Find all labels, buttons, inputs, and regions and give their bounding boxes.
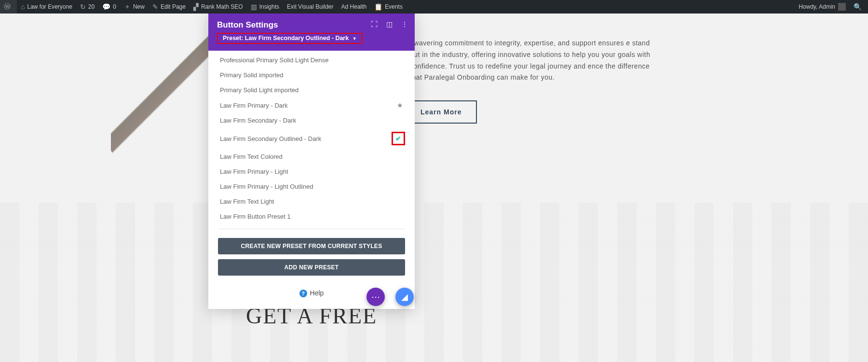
ad-health-label: Ad Health <box>341 3 367 10</box>
preset-item-label: Primary Solid Light imported <box>220 86 298 94</box>
chevron-down-icon: ▼ <box>353 36 357 41</box>
rank-math-label: Rank Math SEO <box>201 3 243 10</box>
preset-dropdown-toggle[interactable]: Preset: Law Firm Secondary Outlined - Da… <box>217 33 363 44</box>
bar-chart-icon: ▥ <box>251 3 257 11</box>
search-toggle[interactable]: 🔍 <box>850 0 868 14</box>
refresh-icon: ↻ <box>80 3 86 11</box>
preset-item-label: Law Firm Primary - Light <box>220 168 288 175</box>
fab-more[interactable]: ⋯ <box>366 288 385 306</box>
preset-item-label: Law Firm Button Preset 1 <box>220 213 291 220</box>
preset-item-label: Primary Solid imported <box>220 71 284 79</box>
stairs-icon: ◢ <box>401 292 408 302</box>
gavel-image <box>111 28 217 153</box>
page-background: nwavering commitment to integrity, exper… <box>0 14 868 362</box>
preset-item[interactable]: Law Firm Text Light <box>208 194 415 209</box>
more-icon[interactable]: ⋮ <box>401 20 408 28</box>
body-paragraph: nwavering commitment to integrity, exper… <box>410 38 651 84</box>
comment-icon: 💬 <box>102 3 110 11</box>
preset-item-label: Law Firm Text Colored <box>220 153 283 160</box>
star-icon[interactable]: ★ <box>397 101 403 109</box>
avatar <box>838 3 846 11</box>
help-label: Help <box>310 289 324 297</box>
rank-math[interactable]: ▞Rank Math SEO <box>190 0 247 14</box>
preset-item[interactable]: Primary Solid imported <box>208 68 415 83</box>
expand-icon[interactable]: ⛶ <box>371 20 378 28</box>
events[interactable]: 📋Events <box>370 0 407 14</box>
button-settings-modal: Button Settings ⛶ ◫ ⋮ Preset: Law Firm S… <box>208 14 415 309</box>
modal-header[interactable]: Button Settings ⛶ ◫ ⋮ Preset: Law Firm S… <box>208 14 415 51</box>
wp-admin-bar: ⓦ ⌂Law for Everyone ↻20 💬0 ＋New ✎Edit Pa… <box>0 0 868 14</box>
exit-visual-builder[interactable]: Exit Visual Builder <box>283 0 338 14</box>
comments-count: 0 <box>113 3 116 10</box>
preset-list: Professional Primary Solid Light Dense P… <box>208 51 415 309</box>
updates-count: 20 <box>88 3 95 10</box>
preset-item[interactable]: Primary Solid Light imported <box>208 83 415 97</box>
preset-item[interactable]: Law Firm Button Preset 1 <box>208 209 415 224</box>
home-icon: ⌂ <box>21 3 25 11</box>
preset-item-label: Professional Primary Solid Light Dense <box>220 56 328 64</box>
preset-item-label: Law Firm Primary - Light Outlined <box>220 183 313 190</box>
preset-item-label: Law Firm Text Light <box>220 198 274 205</box>
search-icon: 🔍 <box>854 3 862 11</box>
preset-item[interactable]: Law Firm Primary - Dark★ <box>208 97 415 113</box>
fab-layers[interactable]: ◢ <box>395 288 414 306</box>
preset-item[interactable]: Law Firm Secondary - Dark <box>208 113 415 128</box>
edit-page[interactable]: ✎Edit Page <box>149 0 190 14</box>
exit-builder-label: Exit Visual Builder <box>287 3 334 10</box>
site-name[interactable]: ⌂Law for Everyone <box>17 0 76 14</box>
learn-more-button[interactable]: Learn More <box>405 100 477 124</box>
chart-icon: ▞ <box>193 3 199 11</box>
wordpress-icon: ⓦ <box>4 2 11 11</box>
check-icon: ✔ <box>395 135 401 142</box>
insights[interactable]: ▥Insights <box>247 0 283 14</box>
preset-item[interactable]: Law Firm Text Colored <box>208 149 415 164</box>
ad-health[interactable]: Ad Health <box>338 0 371 14</box>
preset-item[interactable]: Law Firm Primary - Light <box>208 164 415 179</box>
add-preset-button[interactable]: ADD NEW PRESET <box>218 259 405 276</box>
pencil-icon: ✎ <box>152 3 158 11</box>
howdy-label: Howdy, Admin <box>799 3 835 10</box>
updates[interactable]: ↻20 <box>76 0 98 14</box>
preset-item-label: Law Firm Secondary - Dark <box>220 117 296 124</box>
new-label: New <box>133 3 145 10</box>
floating-action-buttons: ⋯ ◢ <box>366 288 414 306</box>
snap-icon[interactable]: ◫ <box>386 20 393 28</box>
pillars-image <box>0 203 868 362</box>
calendar-icon: 📋 <box>374 3 382 11</box>
site-name-label: Law for Everyone <box>27 3 72 10</box>
preset-item[interactable]: Professional Primary Solid Light Dense <box>208 53 415 68</box>
preset-item-selected[interactable]: Law Firm Secondary Outlined - Dark✔ <box>208 128 415 149</box>
preset-item-label: Law Firm Primary - Dark <box>220 102 288 109</box>
create-preset-button[interactable]: CREATE NEW PRESET FROM CURRENT STYLES <box>218 238 405 254</box>
new-content[interactable]: ＋New <box>120 0 149 14</box>
user-account[interactable]: Howdy, Admin <box>795 0 850 14</box>
preset-item[interactable]: Law Firm Primary - Light Outlined <box>208 179 415 194</box>
wp-logo[interactable]: ⓦ <box>0 0 17 14</box>
events-label: Events <box>385 3 403 10</box>
edit-page-label: Edit Page <box>161 3 186 10</box>
ellipsis-icon: ⋯ <box>371 292 380 302</box>
help-icon: ? <box>299 290 307 297</box>
selected-highlight: ✔ <box>392 132 405 145</box>
insights-label: Insights <box>259 3 279 10</box>
preset-item-label: Law Firm Secondary Outlined - Dark <box>220 135 321 142</box>
preset-label-text: Preset: Law Firm Secondary Outlined - Da… <box>223 35 349 42</box>
comments[interactable]: 💬0 <box>98 0 120 14</box>
plus-icon: ＋ <box>124 2 131 11</box>
